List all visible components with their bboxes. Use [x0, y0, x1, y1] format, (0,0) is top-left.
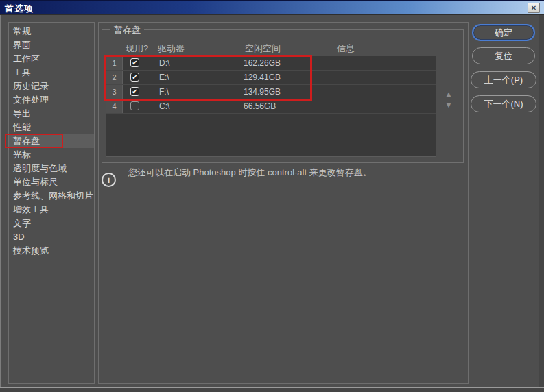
- sidebar-list: 常规 界面 工作区 工具 历史记录 文件处理 导出 性能 暂存盘 光标 透明度与…: [8, 22, 95, 384]
- row-number: 1: [106, 56, 123, 70]
- next-button[interactable]: 下一个(N): [471, 95, 536, 112]
- sidebar-item-history-log[interactable]: 历史记录: [9, 79, 94, 93]
- sidebar-item-tools[interactable]: 工具: [9, 66, 94, 79]
- table-row[interactable]: 4 C:\ 66.56GB: [106, 99, 436, 114]
- move-up-button[interactable]: ▲: [442, 90, 455, 98]
- scratch-disk-table: 1 ✔ D:\ 162.26GB 2 ✔ E:\ 129.41GB 3 ✔ F:…: [106, 56, 436, 157]
- ok-button-label: 确定: [495, 27, 512, 39]
- active-checkbox[interactable]: [130, 101, 139, 110]
- window-title: 首选项: [5, 3, 34, 15]
- col-header-free-space: 空闲空间: [245, 42, 281, 55]
- prev-button[interactable]: 上一个(P): [471, 71, 536, 88]
- reset-button-label: 复位: [495, 50, 512, 62]
- sidebar-item-performance[interactable]: 性能: [9, 121, 94, 134]
- free-space-label: 66.56GB: [244, 99, 276, 113]
- sidebar-item-cursors[interactable]: 光标: [9, 148, 94, 162]
- drive-label: F:\: [159, 85, 169, 99]
- checkmark-icon: ✔: [132, 88, 137, 95]
- active-checkbox[interactable]: ✔: [130, 87, 139, 96]
- row-number: 4: [106, 99, 123, 113]
- free-space-label: 134.95GB: [244, 85, 281, 99]
- move-down-button[interactable]: ▼: [442, 101, 455, 109]
- window-frame-bottom: [0, 387, 544, 392]
- row-number: 2: [106, 71, 123, 84]
- drive-label: C:\: [159, 99, 169, 113]
- col-header-info: 信息: [337, 42, 355, 55]
- ok-button[interactable]: 确定: [472, 24, 535, 41]
- active-checkbox[interactable]: ✔: [130, 73, 139, 82]
- sidebar-item-guides-grid-slices[interactable]: 参考线、网格和切片: [9, 189, 94, 203]
- info-icon: i: [102, 173, 116, 187]
- groupbox-legend: 暂存盘: [110, 24, 144, 36]
- sidebar-item-plugins[interactable]: 增效工具: [9, 203, 94, 217]
- startup-note: 您还可以在启动 Photoshop 时按住 control-alt 来更改暂存盘…: [128, 167, 372, 179]
- sidebar-item-interface[interactable]: 界面: [9, 38, 94, 52]
- table-row[interactable]: 2 ✔ E:\ 129.41GB: [106, 71, 436, 85]
- sidebar-item-general[interactable]: 常规: [9, 25, 94, 38]
- sidebar-item-3d[interactable]: 3D: [9, 230, 94, 244]
- sidebar-item-units-rulers[interactable]: 单位与标尺: [9, 175, 94, 189]
- free-space-label: 129.41GB: [244, 71, 281, 84]
- info-icon-glyph: i: [108, 175, 110, 184]
- preferences-dialog: 首选项 ✕ 常规 界面 工作区 工具 历史记录 文件处理 导出 性能 暂存盘 光…: [0, 0, 544, 392]
- title-bar: 首选项 ✕: [0, 0, 544, 15]
- col-header-active: 现用?: [126, 42, 148, 55]
- active-checkbox[interactable]: ✔: [130, 58, 139, 67]
- sidebar-item-type[interactable]: 文字: [9, 217, 94, 230]
- next-button-label: 下一个(: [484, 98, 513, 110]
- sidebar-item-export[interactable]: 导出: [9, 107, 94, 121]
- sidebar-item-scratch-disks[interactable]: 暂存盘: [9, 134, 94, 148]
- window-frame-left: [0, 15, 1, 392]
- drive-label: D:\: [159, 56, 169, 70]
- table-row[interactable]: 1 ✔ D:\ 162.26GB: [106, 56, 436, 71]
- sidebar-item-technology-previews[interactable]: 技术预览: [9, 244, 94, 258]
- checkmark-icon: ✔: [132, 74, 137, 81]
- sidebar-item-file-handling[interactable]: 文件处理: [9, 93, 94, 107]
- close-icon: ✕: [531, 5, 536, 12]
- prev-button-label: 上一个(: [484, 74, 514, 86]
- close-button[interactable]: ✕: [528, 3, 540, 13]
- sidebar-item-transparency-gamut[interactable]: 透明度与色域: [9, 162, 94, 175]
- free-space-label: 162.26GB: [244, 56, 281, 70]
- reset-button[interactable]: 复位: [472, 47, 535, 64]
- window-frame-right: [539, 15, 544, 392]
- col-header-drive: 驱动器: [158, 42, 185, 55]
- row-number: 3: [106, 85, 123, 99]
- sidebar-item-workspace[interactable]: 工作区: [9, 52, 94, 66]
- checkmark-icon: ✔: [132, 60, 137, 66]
- table-row[interactable]: 3 ✔ F:\ 134.95GB: [106, 85, 436, 99]
- drive-label: E:\: [159, 71, 169, 84]
